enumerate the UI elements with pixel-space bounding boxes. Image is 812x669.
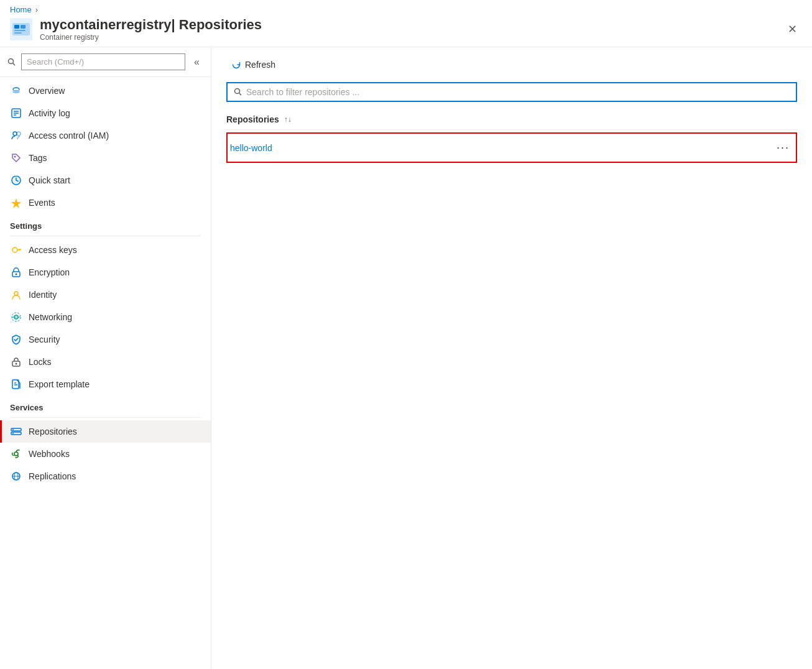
registry-name: mycontainerregistry <box>40 17 172 32</box>
repositories-column-label: Repositories <box>226 114 279 124</box>
svg-rect-9 <box>12 90 20 93</box>
svg-point-16 <box>14 156 16 158</box>
services-section-header: Services <box>0 395 211 415</box>
svg-line-42 <box>239 93 242 96</box>
repository-item: hello-world ··· <box>226 132 797 163</box>
sidebar-item-access-keys[interactable]: Access keys <box>0 239 211 261</box>
settings-divider <box>10 236 201 236</box>
title-separator: | <box>172 17 175 32</box>
sidebar-item-activity-log[interactable]: Activity log <box>0 102 211 124</box>
svg-point-36 <box>12 433 14 434</box>
settings-section-header: Settings <box>0 214 211 233</box>
filter-search-box <box>226 82 797 102</box>
repositories-icon <box>10 425 22 438</box>
sidebar-item-encryption-label: Encryption <box>29 267 70 277</box>
sidebar-item-networking[interactable]: Networking <box>0 306 211 328</box>
page-title: mycontainerregistry| Repositories <box>40 17 262 33</box>
page-name: Repositories <box>179 17 262 32</box>
page-subtitle: Container registry <box>40 33 262 42</box>
svg-point-24 <box>14 292 18 295</box>
sidebar-item-encryption[interactable]: Encryption <box>0 261 211 284</box>
search-icon <box>7 58 16 67</box>
sidebar-item-access-keys-label: Access keys <box>29 245 77 255</box>
sidebar-item-security-label: Security <box>29 334 60 344</box>
sidebar-item-overview[interactable]: Overview <box>0 80 211 102</box>
collapse-button[interactable]: « <box>190 55 203 69</box>
webhooks-icon <box>10 448 22 460</box>
refresh-icon <box>231 60 241 70</box>
sidebar-item-networking-label: Networking <box>29 312 72 322</box>
app-container: Home › mycontainerregistry| Repositories <box>0 0 812 669</box>
sidebar-item-replications[interactable]: Replications <box>0 465 211 487</box>
sidebar-item-access-control[interactable]: Access control (IAM) <box>0 124 211 147</box>
svg-marker-17 <box>11 198 21 208</box>
filter-search-input[interactable] <box>246 87 790 97</box>
svg-rect-5 <box>14 32 22 34</box>
export-template-icon <box>10 378 22 390</box>
sidebar-item-tags[interactable]: Tags <box>0 147 211 169</box>
sidebar-item-export-template-label: Export template <box>29 379 90 389</box>
svg-rect-2 <box>14 25 19 29</box>
services-divider <box>10 417 201 418</box>
identity-icon <box>10 288 22 301</box>
header: Home › mycontainerregistry| Repositories <box>0 0 812 47</box>
breadcrumb-home[interactable]: Home <box>10 5 32 14</box>
sidebar-item-quick-start[interactable]: Quick start <box>0 169 211 191</box>
events-icon <box>10 196 22 209</box>
refresh-label: Refresh <box>245 60 275 70</box>
sidebar-item-security[interactable]: Security <box>0 328 211 351</box>
sidebar-item-tags-label: Tags <box>29 153 47 163</box>
sidebar-item-webhooks[interactable]: Webhooks <box>0 443 211 465</box>
sidebar-item-events-label: Events <box>29 198 55 208</box>
sidebar-item-export-template[interactable]: Export template <box>0 373 211 395</box>
quick-start-icon <box>10 174 22 187</box>
title-row: mycontainerregistry| Repositories Contai… <box>10 17 802 47</box>
sidebar-item-activity-log-label: Activity log <box>29 108 70 118</box>
refresh-button[interactable]: Refresh <box>226 57 280 72</box>
main-content: Refresh Repositories ↑↓ hello-world <box>211 47 812 669</box>
overview-icon <box>10 85 22 97</box>
svg-point-29 <box>16 363 17 365</box>
encryption-icon <box>10 266 22 279</box>
sidebar-item-quick-start-label: Quick start <box>29 175 70 185</box>
title-text-group: mycontainerregistry| Repositories Contai… <box>40 17 262 42</box>
svg-point-15 <box>17 132 21 136</box>
breadcrumb: Home › <box>10 5 802 14</box>
svg-point-41 <box>235 89 240 94</box>
sidebar-item-identity[interactable]: Identity <box>0 284 211 306</box>
access-keys-icon <box>10 244 22 256</box>
sidebar-item-events[interactable]: Events <box>0 191 211 214</box>
toolbar: Refresh <box>226 57 797 72</box>
networking-icon <box>10 311 22 323</box>
nav-list: Overview Activity log Access control (IA… <box>0 77 211 490</box>
registry-icon <box>10 18 32 40</box>
repository-list: hello-world ··· <box>226 132 797 163</box>
access-control-icon <box>10 129 22 142</box>
breadcrumb-separator: › <box>35 5 38 14</box>
sidebar-item-webhooks-label: Webhooks <box>29 449 70 459</box>
repositories-header: Repositories ↑↓ <box>226 109 797 130</box>
sidebar-item-repositories-label: Repositories <box>29 427 77 436</box>
security-icon <box>10 333 22 346</box>
sidebar: « Overview Activity log <box>0 47 211 669</box>
svg-line-7 <box>13 63 16 65</box>
repository-link[interactable]: hello-world <box>230 143 272 153</box>
sidebar-item-repositories[interactable]: Repositories <box>0 420 211 443</box>
sidebar-item-access-control-label: Access control (IAM) <box>29 131 109 141</box>
svg-point-35 <box>12 429 14 430</box>
sidebar-item-locks-label: Locks <box>29 357 52 367</box>
replications-icon <box>10 470 22 482</box>
close-button[interactable]: ✕ <box>783 20 802 39</box>
main-layout: « Overview Activity log <box>0 47 812 669</box>
sidebar-item-locks[interactable]: Locks <box>0 351 211 373</box>
sort-icons[interactable]: ↑↓ <box>284 115 292 124</box>
svg-point-14 <box>13 132 17 136</box>
locks-icon <box>10 356 22 368</box>
more-options-button[interactable]: ··· <box>773 140 793 155</box>
tags-icon <box>10 152 22 164</box>
title-left: mycontainerregistry| Repositories Contai… <box>10 17 262 42</box>
svg-rect-4 <box>14 30 25 31</box>
svg-point-18 <box>12 247 17 252</box>
sidebar-search-input[interactable] <box>21 53 185 70</box>
svg-point-6 <box>9 58 14 63</box>
